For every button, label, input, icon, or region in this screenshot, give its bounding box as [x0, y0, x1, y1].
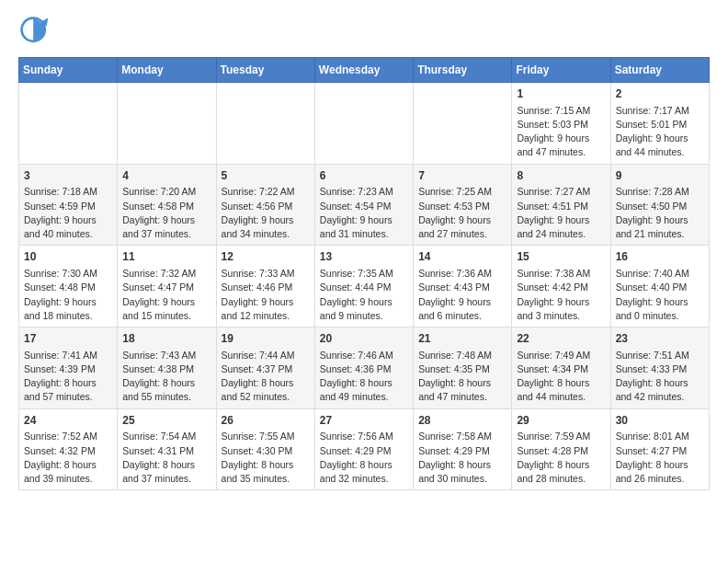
calendar-header-saturday: Saturday — [610, 58, 709, 83]
calendar-header-row: SundayMondayTuesdayWednesdayThursdayFrid… — [19, 58, 710, 83]
day-number: 15 — [517, 249, 605, 265]
day-number: 21 — [418, 331, 506, 347]
calendar-week-row: 10Sunrise: 7:30 AM Sunset: 4:48 PM Dayli… — [19, 246, 710, 327]
day-number: 20 — [320, 331, 408, 347]
day-info: Sunrise: 7:38 AM Sunset: 4:42 PM Dayligh… — [517, 267, 605, 323]
day-info: Sunrise: 7:48 AM Sunset: 4:35 PM Dayligh… — [418, 349, 506, 405]
day-info: Sunrise: 8:01 AM Sunset: 4:27 PM Dayligh… — [616, 430, 704, 486]
calendar-cell: 22Sunrise: 7:49 AM Sunset: 4:34 PM Dayli… — [512, 327, 610, 409]
calendar-cell: 17Sunrise: 7:41 AM Sunset: 4:39 PM Dayli… — [19, 327, 118, 409]
day-info: Sunrise: 7:43 AM Sunset: 4:38 PM Dayligh… — [122, 349, 210, 405]
day-number: 2 — [616, 86, 704, 102]
calendar-cell: 10Sunrise: 7:30 AM Sunset: 4:48 PM Dayli… — [19, 246, 118, 327]
page: SundayMondayTuesdayWednesdayThursdayFrid… — [0, 0, 728, 563]
calendar-cell: 23Sunrise: 7:51 AM Sunset: 4:33 PM Dayli… — [610, 327, 709, 409]
day-info: Sunrise: 7:49 AM Sunset: 4:34 PM Dayligh… — [517, 349, 605, 405]
calendar-cell: 29Sunrise: 7:59 AM Sunset: 4:28 PM Dayli… — [512, 408, 610, 490]
calendar-header-sunday: Sunday — [19, 58, 118, 83]
day-number: 28 — [418, 413, 506, 429]
calendar-week-row: 1Sunrise: 7:15 AM Sunset: 5:03 PM Daylig… — [19, 83, 710, 165]
day-info: Sunrise: 7:54 AM Sunset: 4:31 PM Dayligh… — [122, 430, 210, 486]
calendar-cell: 18Sunrise: 7:43 AM Sunset: 4:38 PM Dayli… — [118, 327, 216, 409]
day-number: 16 — [616, 249, 704, 265]
calendar-cell: 19Sunrise: 7:44 AM Sunset: 4:37 PM Dayli… — [216, 327, 314, 409]
calendar-cell: 1Sunrise: 7:15 AM Sunset: 5:03 PM Daylig… — [512, 83, 610, 165]
calendar-header-thursday: Thursday — [414, 58, 512, 83]
calendar-cell: 26Sunrise: 7:55 AM Sunset: 4:30 PM Dayli… — [216, 408, 314, 490]
day-info: Sunrise: 7:30 AM Sunset: 4:48 PM Dayligh… — [24, 267, 112, 323]
calendar-cell: 11Sunrise: 7:32 AM Sunset: 4:47 PM Dayli… — [118, 246, 216, 327]
calendar-header-friday: Friday — [512, 58, 610, 83]
calendar-cell: 5Sunrise: 7:22 AM Sunset: 4:56 PM Daylig… — [216, 164, 314, 246]
calendar-cell: 27Sunrise: 7:56 AM Sunset: 4:29 PM Dayli… — [314, 408, 413, 490]
day-info: Sunrise: 7:18 AM Sunset: 4:59 PM Dayligh… — [24, 185, 112, 241]
day-info: Sunrise: 7:46 AM Sunset: 4:36 PM Dayligh… — [320, 349, 408, 405]
day-info: Sunrise: 7:35 AM Sunset: 4:44 PM Dayligh… — [320, 267, 408, 323]
day-number: 1 — [517, 86, 605, 102]
day-number: 6 — [320, 168, 408, 184]
day-info: Sunrise: 7:28 AM Sunset: 4:50 PM Dayligh… — [616, 185, 704, 241]
calendar-header-monday: Monday — [118, 58, 216, 83]
calendar-cell — [216, 83, 314, 165]
day-info: Sunrise: 7:15 AM Sunset: 5:03 PM Dayligh… — [517, 104, 605, 160]
day-number: 30 — [616, 413, 704, 429]
day-number: 22 — [517, 331, 605, 347]
logo — [18, 15, 55, 48]
day-number: 17 — [24, 331, 112, 347]
day-info: Sunrise: 7:23 AM Sunset: 4:54 PM Dayligh… — [320, 185, 408, 241]
calendar-table: SundayMondayTuesdayWednesdayThursdayFrid… — [18, 57, 710, 490]
day-info: Sunrise: 7:59 AM Sunset: 4:28 PM Dayligh… — [517, 430, 605, 486]
day-info: Sunrise: 7:41 AM Sunset: 4:39 PM Dayligh… — [24, 349, 112, 405]
calendar-cell: 25Sunrise: 7:54 AM Sunset: 4:31 PM Dayli… — [118, 408, 216, 490]
day-info: Sunrise: 7:22 AM Sunset: 4:56 PM Dayligh… — [222, 185, 310, 241]
header — [18, 15, 710, 48]
day-number: 13 — [320, 249, 408, 265]
day-info: Sunrise: 7:58 AM Sunset: 4:29 PM Dayligh… — [418, 430, 506, 486]
day-info: Sunrise: 7:27 AM Sunset: 4:51 PM Dayligh… — [517, 185, 605, 241]
day-number: 24 — [24, 413, 112, 429]
calendar-week-row: 24Sunrise: 7:52 AM Sunset: 4:32 PM Dayli… — [19, 408, 710, 490]
calendar-cell — [314, 83, 413, 165]
day-number: 4 — [122, 168, 210, 184]
day-info: Sunrise: 7:17 AM Sunset: 5:01 PM Dayligh… — [616, 104, 704, 160]
calendar-cell: 20Sunrise: 7:46 AM Sunset: 4:36 PM Dayli… — [314, 327, 413, 409]
calendar-cell — [19, 83, 118, 165]
calendar-cell: 24Sunrise: 7:52 AM Sunset: 4:32 PM Dayli… — [19, 408, 118, 490]
day-number: 14 — [418, 249, 506, 265]
calendar-cell: 3Sunrise: 7:18 AM Sunset: 4:59 PM Daylig… — [19, 164, 118, 246]
calendar-cell: 4Sunrise: 7:20 AM Sunset: 4:58 PM Daylig… — [118, 164, 216, 246]
calendar-week-row: 17Sunrise: 7:41 AM Sunset: 4:39 PM Dayli… — [19, 327, 710, 409]
calendar-header-wednesday: Wednesday — [314, 58, 413, 83]
calendar-cell: 21Sunrise: 7:48 AM Sunset: 4:35 PM Dayli… — [414, 327, 512, 409]
day-info: Sunrise: 7:32 AM Sunset: 4:47 PM Dayligh… — [122, 267, 210, 323]
day-info: Sunrise: 7:44 AM Sunset: 4:37 PM Dayligh… — [222, 349, 310, 405]
logo-icon — [18, 15, 51, 48]
day-info: Sunrise: 7:51 AM Sunset: 4:33 PM Dayligh… — [616, 349, 704, 405]
calendar-cell: 6Sunrise: 7:23 AM Sunset: 4:54 PM Daylig… — [314, 164, 413, 246]
day-number: 23 — [616, 331, 704, 347]
calendar-cell: 9Sunrise: 7:28 AM Sunset: 4:50 PM Daylig… — [610, 164, 709, 246]
day-number: 9 — [616, 168, 704, 184]
calendar-cell: 15Sunrise: 7:38 AM Sunset: 4:42 PM Dayli… — [512, 246, 610, 327]
calendar-cell: 8Sunrise: 7:27 AM Sunset: 4:51 PM Daylig… — [512, 164, 610, 246]
day-info: Sunrise: 7:56 AM Sunset: 4:29 PM Dayligh… — [320, 430, 408, 486]
calendar-cell: 13Sunrise: 7:35 AM Sunset: 4:44 PM Dayli… — [314, 246, 413, 327]
day-number: 10 — [24, 249, 112, 265]
calendar-week-row: 3Sunrise: 7:18 AM Sunset: 4:59 PM Daylig… — [19, 164, 710, 246]
day-number: 5 — [222, 168, 310, 184]
day-number: 27 — [320, 413, 408, 429]
day-info: Sunrise: 7:25 AM Sunset: 4:53 PM Dayligh… — [418, 185, 506, 241]
day-number: 18 — [122, 331, 210, 347]
day-info: Sunrise: 7:52 AM Sunset: 4:32 PM Dayligh… — [24, 430, 112, 486]
day-number: 12 — [222, 249, 310, 265]
day-info: Sunrise: 7:33 AM Sunset: 4:46 PM Dayligh… — [222, 267, 310, 323]
day-number: 3 — [24, 168, 112, 184]
day-info: Sunrise: 7:36 AM Sunset: 4:43 PM Dayligh… — [418, 267, 506, 323]
calendar-cell: 28Sunrise: 7:58 AM Sunset: 4:29 PM Dayli… — [414, 408, 512, 490]
day-number: 25 — [122, 413, 210, 429]
calendar-cell: 2Sunrise: 7:17 AM Sunset: 5:01 PM Daylig… — [610, 83, 709, 165]
calendar-cell — [414, 83, 512, 165]
day-info: Sunrise: 7:55 AM Sunset: 4:30 PM Dayligh… — [222, 430, 310, 486]
calendar-cell: 30Sunrise: 8:01 AM Sunset: 4:27 PM Dayli… — [610, 408, 709, 490]
calendar-cell: 7Sunrise: 7:25 AM Sunset: 4:53 PM Daylig… — [414, 164, 512, 246]
